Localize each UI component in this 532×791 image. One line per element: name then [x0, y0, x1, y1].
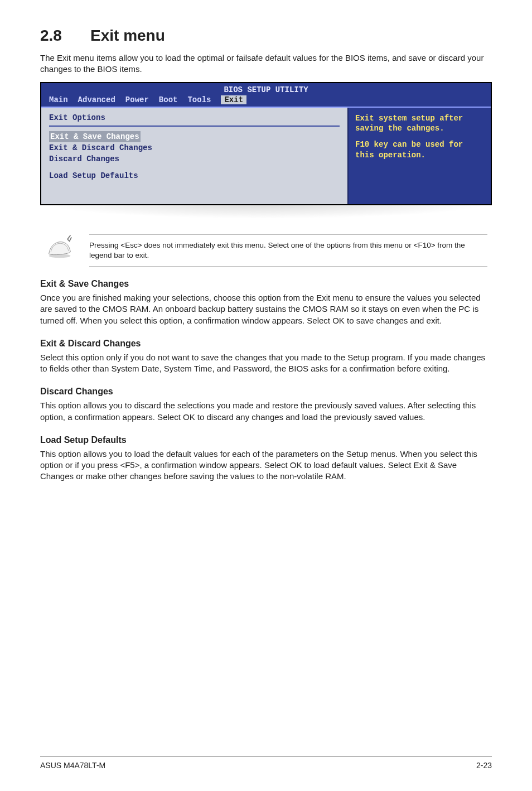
bios-item-row: Exit & Save Changes [49, 131, 340, 142]
bios-divider [49, 126, 340, 127]
bios-tab-power: Power [125, 95, 149, 104]
bios-item-exit-save: Exit & Save Changes [49, 131, 141, 142]
note-text: Pressing <Esc> does not immediately exit… [89, 234, 487, 267]
section-heading: Load Setup Defaults [40, 435, 492, 445]
bios-screenshot: BIOS SETUP UTILITY Main Advanced Power B… [40, 82, 492, 205]
section-paragraph: Select this option only if you do not wa… [40, 352, 492, 375]
bios-tab-exit: Exit [221, 95, 246, 104]
bios-tab-main: Main [49, 95, 68, 104]
page-footer: ASUS M4A78LT-M 2-23 [40, 756, 492, 770]
section-heading: Exit & Discard Changes [40, 339, 492, 349]
bios-help-line-2: F10 key can be used for this operation. [355, 139, 484, 161]
bios-item-discard: Discard Changes [49, 153, 340, 165]
bios-options-header: Exit Options [49, 113, 340, 122]
bios-fade [40, 204, 492, 219]
bios-title: BIOS SETUP UTILITY [41, 83, 491, 94]
bios-tab-tools: Tools [187, 95, 211, 104]
bios-item-load-defaults: Load Setup Defaults [49, 170, 340, 181]
bios-tab-bar: Main Advanced Power Boot Tools Exit [41, 94, 491, 107]
footer-right: 2-23 [476, 761, 492, 770]
bios-tab-advanced: Advanced [78, 95, 115, 104]
section-heading: Exit & Save Changes [40, 279, 492, 289]
note-block: Pressing <Esc> does not immediately exit… [40, 234, 492, 267]
spacer [49, 165, 340, 170]
bios-right-pane: Exit system setup after saving the cahng… [349, 108, 491, 204]
section-paragraph: Once you are finished making your select… [40, 292, 492, 326]
bios-item-exit-discard: Exit & Discard Changes [49, 142, 340, 153]
spacer [355, 134, 484, 139]
section-heading: Discard Changes [40, 387, 492, 397]
section-paragraph: This option allows you to load the defau… [40, 448, 492, 483]
section-title: Exit menu [90, 27, 165, 44]
intro-paragraph: The Exit menu items allow you to load th… [40, 52, 492, 75]
bios-left-pane: Exit Options Exit & Save Changes Exit & … [41, 108, 349, 204]
note-icon [45, 234, 75, 259]
section-number: 2.8 [40, 27, 90, 45]
footer-left: ASUS M4A78LT-M [40, 761, 105, 770]
bios-body: Exit Options Exit & Save Changes Exit & … [41, 107, 491, 204]
page-title: 2.8Exit menu [40, 27, 492, 45]
bios-tab-boot: Boot [159, 95, 178, 104]
section-paragraph: This option allows you to discard the se… [40, 400, 492, 423]
bios-help-line-1: Exit system setup after saving the cahng… [355, 113, 484, 134]
